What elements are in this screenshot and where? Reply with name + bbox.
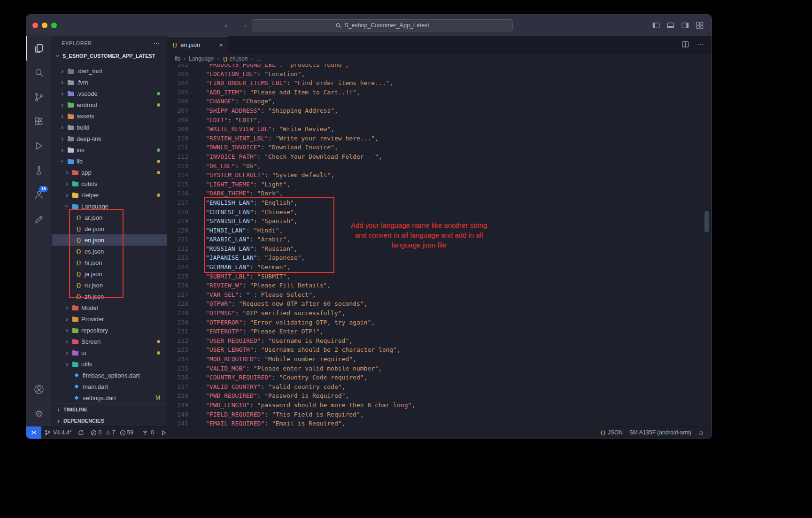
tree-file-es.json[interactable]: {}es.json [52,246,167,257]
close-window-button[interactable] [32,23,38,28]
tree-file-hi.json[interactable]: {}hi.json [52,257,167,268]
code-line-217: 217"ENGLISH_LAN": "English", [167,198,711,208]
json-file-icon: {} [76,226,81,232]
activity-draw[interactable] [26,207,52,232]
activity-settings[interactable]: ⚙ [26,402,52,426]
tab-en-json[interactable]: {} en.json × [167,36,228,53]
tree-folder-cubits[interactable]: ›cubits [52,178,167,189]
tree-folder-assets[interactable]: ›assets [52,110,167,122]
tree-file-ja.json[interactable]: {}ja.json [52,268,167,279]
tree-file-firebase-options.dart[interactable]: firebase_options.dart [52,370,167,381]
tree-file-main.dart[interactable]: main.dart [52,381,167,392]
tree-file-ru.json[interactable]: {}ru.json [52,279,167,291]
section-label: TIMELINE [63,407,87,412]
activity-run-debug[interactable] [26,134,52,158]
tree-folder-.vscode[interactable]: ›.vscode [52,88,167,99]
tree-folder-model[interactable]: ›Model [52,302,167,313]
code-line-206: 206"CHANGE": "Change", [167,97,711,106]
explorer-more-actions-icon[interactable]: ⋯ [153,39,160,47]
code-lines[interactable]: 202"PRODUCTS_FOUND_LBL": "products found… [167,64,711,426]
chevron-right-icon: › [251,55,253,62]
code-line-229: 229"OTPMSG": "OTP verified successfully"… [167,309,711,318]
tree-folder-app[interactable]: ›app [52,167,167,178]
toggle-panel-icon[interactable] [666,21,675,30]
minimize-window-button[interactable] [42,23,47,28]
toggle-primary-sidebar-icon[interactable] [652,21,660,30]
tree-folder-screen[interactable]: ›Screen [52,336,167,347]
nav-back-icon[interactable]: ← [224,20,232,30]
tree-item-label: utils [81,361,92,368]
tree-folder-android[interactable]: ›android [52,99,167,110]
chevron-right-icon: › [59,112,66,120]
breadcrumb-item-en-json[interactable]: {}en.json [222,55,247,62]
activity-testing[interactable] [26,158,52,183]
tree-folder-deep-link[interactable]: ›deep-link [52,133,167,144]
command-center-search[interactable]: S_eshop_Customer_App_Latest [252,19,513,31]
status-run-task[interactable] [157,426,170,439]
tree-folder-.dart-tool[interactable]: ›.dart_tool [52,65,167,77]
chevron-right-icon: › [59,67,66,75]
tree-folder-repository[interactable]: ›repository [52,325,167,336]
tree-folder-utils[interactable]: ›utils [52,358,167,370]
tree-file-zh.json[interactable]: {}zh.json [52,291,167,302]
section-timeline[interactable]: › TIMELINE [52,403,167,415]
sync-icon [78,430,84,436]
section-dependencies[interactable]: › DEPENDENCIES [52,415,167,426]
chevron-right-icon: › [63,315,70,323]
status-ports[interactable]: 0 [139,426,157,439]
breadcrumb-item-more[interactable]: … [256,55,262,62]
tree-file-ar.json[interactable]: {}ar.json [52,212,167,223]
line-number: 230 [167,318,188,327]
status-sync[interactable] [75,426,87,439]
status-problems[interactable]: 0 ⚠7 59 [87,426,139,439]
activity-account[interactable] [26,377,52,402]
line-number: 218 [167,208,188,217]
code-line-238: 238"PWD_REQUIRED": "Password is Required… [167,391,711,401]
tree-folder-.fvm[interactable]: ›.fvm [52,77,167,88]
tree-file-settings.dart[interactable]: settings.dartM [52,392,167,403]
tree-folder-language[interactable]: ›Language [52,201,167,212]
line-number: 225 [167,272,188,281]
project-root-folder[interactable]: › S_ESHOP_CUSTOMER_APP_LATEST [52,50,167,62]
activity-explorer[interactable] [26,36,52,61]
tree-file-en.json[interactable]: {}en.json [52,234,167,246]
tree-folder-ios[interactable]: ›ios [52,144,167,155]
code-line-208: 208"EDIT": "EDIT", [167,116,711,125]
breadcrumb-item-language[interactable]: Language [189,55,214,62]
tree-folder-helper[interactable]: ›Helper [52,189,167,201]
language-mode-label: JSON [608,429,623,436]
editor-scrollbar[interactable] [704,211,709,232]
toggle-secondary-sidebar-icon[interactable] [681,21,689,30]
status-language-mode[interactable]: {} JSON [597,429,626,436]
tree-folder-ui[interactable]: ›ui [52,347,167,358]
split-editor-icon[interactable] [681,40,689,48]
code-line-241: 241"EMAIL_REQUIRED": "Email is Required"… [167,419,711,426]
status-device-selector[interactable]: SM A135F (android-arm) [626,429,695,436]
status-version[interactable]: V4.4.4* [41,426,75,439]
code-line-235: 235"VALID_MOB": "Please enter valid mobi… [167,364,711,373]
breadcrumb-item-lib[interactable]: lib [175,55,180,62]
status-notifications[interactable] [695,429,708,436]
activity-extensions[interactable] [26,109,52,134]
close-tab-icon[interactable]: × [219,41,223,49]
activity-project[interactable]: 18 [26,183,52,207]
code-line-204: 204"FIND_ORDER_ITEMS_LBL": "Find order i… [167,78,711,88]
editor-more-actions-icon[interactable]: ⋯ [697,40,704,49]
tree-folder-provider[interactable]: ›Provider [52,313,167,325]
tree-item-label: lib [77,158,83,165]
zoom-window-button[interactable] [51,23,57,28]
tree-file-de.json[interactable]: {}de.json [52,223,167,234]
code-line-222: 222"RUSSIAN_LAN": "Russian", [167,244,711,254]
activity-source-control[interactable] [26,85,52,109]
code-line-230: 230"OTPERROR": "Error validating OTP, tr… [167,318,711,327]
tree-folder-lib[interactable]: ›lib [52,155,167,167]
customize-layout-icon[interactable] [696,21,704,30]
remote-indicator[interactable] [26,426,41,439]
tree-item-label: ios [77,147,85,154]
code-line-232: 232"USER_REQUIRED": "Username is Require… [167,336,711,346]
nav-forward-icon[interactable]: → [240,20,248,30]
activity-search[interactable] [26,61,52,85]
tree-folder-build[interactable]: ›build [52,122,167,133]
line-number: 212 [167,152,188,162]
code-line-240: 240"FIELD_REQUIRED": "This Field is Requ… [167,410,711,419]
